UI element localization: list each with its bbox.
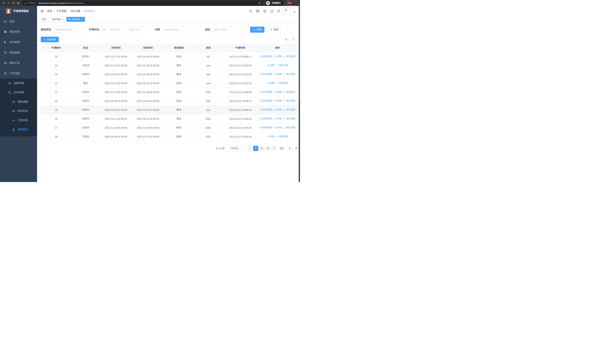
browser-home-icon[interactable] [17, 1, 20, 5]
page-1-button[interactable]: 1 [253, 146, 258, 151]
result-select[interactable] [162, 27, 197, 33]
breadcrumb-separator: / [82, 10, 83, 13]
sidebar-item-process-manage[interactable]: 流程管理 [0, 79, 37, 88]
action-detail-link[interactable]: 详情 [274, 90, 281, 93]
sidebar-item-leave-query[interactable]: 请假查询 [0, 125, 37, 134]
action-detail-link[interactable]: 详情 [267, 64, 274, 67]
help-icon[interactable] [263, 9, 266, 13]
forward-icon[interactable] [7, 1, 10, 5]
action-progress-link[interactable]: 审批进度 [276, 82, 288, 85]
cell-start: 2022-01-11 00:00:00 [100, 114, 132, 123]
cell-type: 事假 [164, 114, 193, 123]
sidebar-item-payment[interactable]: ¥支付管理 [0, 37, 37, 47]
result-input[interactable] [162, 27, 193, 32]
action-detail-link[interactable]: 详情 [274, 117, 281, 120]
app-logo[interactable]: 芋道管理系统 [0, 6, 37, 16]
sidebar-item-done-task[interactable]: 已办任务 [0, 116, 37, 125]
result-label: 结果 [155, 28, 160, 31]
sidebar-item-workflow[interactable]: 工作流程 [0, 68, 37, 79]
breadcrumb-item[interactable]: OA 示例 [71, 9, 80, 13]
action-progress-link[interactable]: 审批进度 [283, 117, 295, 120]
action-detail-link[interactable]: 详情 [267, 135, 274, 138]
action-progress-link[interactable]: 审批进度 [283, 99, 295, 103]
breadcrumb-item[interactable]: 工作流程 [56, 9, 67, 13]
header-search-icon[interactable] [249, 9, 252, 13]
action-label: 审批进度 [286, 90, 295, 93]
sidebar-item-devtools[interactable]: 研发工具 [0, 58, 37, 68]
cell-end: 2022-01-23 00:00:00 [132, 88, 164, 97]
tab-process-detail[interactable]: 流程详情× [50, 17, 66, 22]
next-page-button[interactable] [272, 146, 277, 151]
toggle-search-button[interactable] [283, 37, 289, 42]
action-progress-link[interactable]: 审批进度 [283, 108, 295, 111]
scrollbar-thumb[interactable] [299, 6, 300, 101]
action-cancel-link[interactable]: 取消请假 [260, 55, 272, 58]
action-cancel-link[interactable]: 取消请假 [260, 99, 272, 103]
action-cancel-link[interactable]: 取消请假 [260, 126, 272, 129]
action-cancel-link[interactable]: 取消请假 [260, 108, 272, 111]
reload-icon[interactable] [12, 1, 15, 5]
tab-home[interactable]: 首页 [40, 17, 48, 22]
page-scrollbar[interactable] [299, 6, 300, 182]
page-3-button[interactable]: 3 [265, 146, 271, 151]
chevron-left-icon [249, 147, 251, 149]
bookmark-star-icon[interactable] [258, 2, 261, 4]
fullscreen-icon[interactable] [270, 9, 273, 13]
sidebar-item-task-manage[interactable]: 任务管理 [0, 88, 37, 97]
action-progress-link[interactable]: 审批进度 [276, 64, 288, 67]
action-progress-link[interactable]: 审批进度 [283, 73, 295, 76]
action-cancel-link[interactable]: 取消请假 [260, 90, 272, 93]
goto-page-input[interactable] [286, 146, 294, 151]
sidebar-item-my-process[interactable]: 我的流程 [0, 97, 37, 106]
page-2-button[interactable]: 2 [259, 146, 264, 151]
tab-leave-query[interactable]: 请假查询× [66, 17, 85, 22]
action-progress-link[interactable]: 审批进度 [283, 55, 295, 58]
sidebar-item-todo-task[interactable]: 待办任务 [0, 106, 37, 116]
column-header-status: 状态 [72, 44, 100, 52]
action-progress-link[interactable]: 审批进度 [283, 126, 295, 129]
leave-type-input[interactable] [53, 27, 81, 32]
action-detail-link[interactable]: 详情 [274, 73, 281, 76]
sidebar-item-home[interactable]: 首页 [0, 16, 37, 27]
action-cancel-link[interactable]: 取消请假 [260, 73, 272, 76]
breadcrumb-item[interactable]: 首页 [47, 9, 52, 13]
reset-button[interactable]: 重置 [267, 27, 281, 33]
avatar[interactable] [283, 7, 291, 15]
action-cancel-link[interactable]: 取消请假 [260, 117, 272, 120]
action-detail-link[interactable]: 详情 [274, 99, 281, 103]
action-detail-link[interactable]: 详情 [274, 126, 281, 129]
sidebar-item-label: 研发工具 [9, 61, 20, 65]
sidebar-item-system[interactable]: 系统管理 [0, 27, 37, 37]
view-icon [274, 118, 276, 120]
action-detail-link[interactable]: 详情 [274, 108, 281, 111]
create-leave-button[interactable]: 发起请假 [41, 37, 59, 42]
cell-status: 已取消 [72, 61, 100, 70]
action-detail-link[interactable]: 详情 [267, 82, 274, 85]
refresh-table-button[interactable] [291, 37, 296, 42]
action-progress-link[interactable]: 审批进度 [276, 135, 288, 138]
url-bar[interactable]: 不安全 dashboard.yudao.iocoder.cn/bpm/oa/le… [22, 0, 263, 5]
action-detail-link[interactable]: 详情 [274, 55, 281, 58]
apply-time-range-picker[interactable]: - [101, 27, 145, 33]
close-icon[interactable]: × [62, 18, 63, 20]
chevron-down-icon [81, 28, 83, 31]
table-row: 25处理中2021-12-27 00:00:002022-01-19 00:00… [41, 52, 298, 61]
search-button[interactable]: 搜索 [250, 27, 264, 33]
end-date-input[interactable] [125, 28, 143, 31]
sidebar-item-infra[interactable]: 基础设施 [0, 47, 37, 58]
prev-page-button[interactable] [247, 146, 252, 151]
browser-menu-icon[interactable] [294, 2, 296, 4]
not-secure-warning-icon[interactable] [24, 2, 27, 4]
page-size-select[interactable]: 10条/页 [227, 146, 244, 151]
close-icon[interactable]: × [82, 18, 83, 20]
action-progress-link[interactable]: 审批进度 [283, 90, 295, 93]
update-button[interactable]: 更新 [285, 1, 298, 5]
back-icon[interactable] [2, 1, 5, 5]
sidebar-collapse-button[interactable] [40, 9, 44, 13]
leave-type-select[interactable] [53, 27, 85, 33]
start-date-input[interactable] [106, 28, 124, 31]
reason-input[interactable] [212, 27, 245, 33]
github-icon[interactable] [256, 9, 259, 13]
caret-down-icon[interactable] [293, 12, 295, 13]
font-size-icon[interactable]: TT [277, 10, 280, 13]
